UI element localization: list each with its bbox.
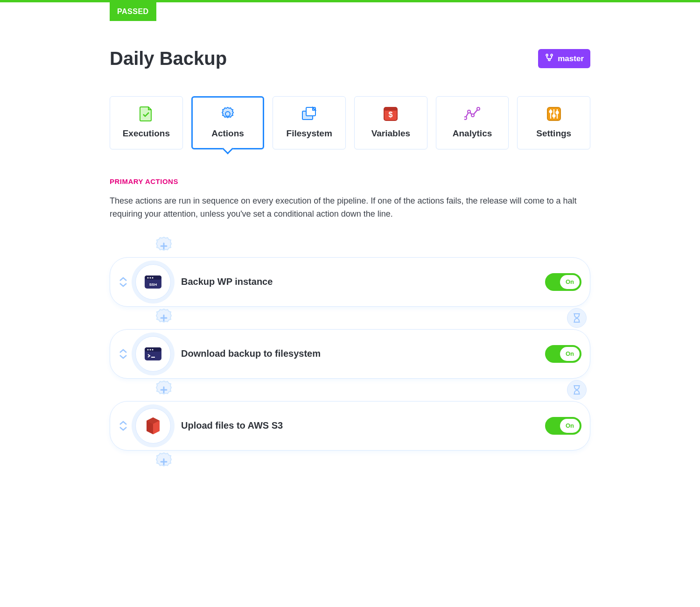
action-title: Download backup to filesystem [181, 348, 545, 359]
actions-icon [220, 106, 236, 122]
toggle-label: On [560, 275, 580, 289]
action-toggle[interactable]: On [545, 345, 581, 363]
toggle-label: On [560, 419, 580, 433]
svg-point-10 [468, 110, 470, 113]
action-title: Upload files to AWS S3 [181, 420, 545, 431]
settings-icon [546, 106, 562, 122]
svg-point-17 [553, 115, 555, 117]
svg-point-33 [150, 349, 151, 350]
svg-point-12 [477, 107, 480, 110]
action-toggle[interactable]: On [545, 417, 581, 435]
tab-executions[interactable]: Executions [110, 96, 183, 149]
aws-s3-icon [135, 408, 171, 444]
tabs: Executions Actions Filesystem $ Variable… [110, 96, 590, 149]
tab-settings[interactable]: Settings [517, 96, 590, 149]
pipeline: SSH Backup WP instance On [110, 235, 590, 473]
variables-icon: $ [383, 106, 399, 122]
svg-text:$: $ [389, 111, 393, 119]
svg-point-32 [147, 349, 149, 350]
action-card[interactable]: Download backup to filesystem On [110, 329, 590, 379]
svg-point-3 [225, 112, 230, 116]
svg-point-19 [556, 112, 558, 114]
hourglass-icon[interactable] [567, 380, 587, 400]
status-badge: PASSED [110, 2, 156, 21]
svg-point-11 [471, 114, 474, 117]
branch-icon [545, 53, 554, 64]
tab-label: Analytics [453, 128, 492, 139]
toggle-label: On [560, 347, 580, 361]
ssh-icon: SSH [135, 264, 171, 300]
tab-label: Settings [536, 128, 571, 139]
page-header: Daily Backup master [110, 48, 590, 69]
svg-point-0 [546, 54, 548, 56]
branch-selector[interactable]: master [538, 49, 590, 68]
tab-label: Executions [123, 128, 170, 139]
executions-icon [138, 106, 154, 122]
add-action-button[interactable] [153, 235, 175, 257]
terminal-icon [135, 336, 171, 372]
add-action-button[interactable] [153, 451, 175, 473]
page-title: Daily Backup [110, 48, 227, 69]
drag-handle[interactable] [117, 421, 130, 431]
action-row: SSH Backup WP instance On [110, 257, 590, 307]
add-action-button[interactable] [153, 379, 175, 401]
add-action-button[interactable] [153, 307, 175, 329]
branch-label: master [558, 54, 584, 64]
svg-point-24 [147, 277, 149, 278]
svg-point-1 [551, 54, 553, 56]
svg-rect-7 [384, 107, 397, 111]
tab-analytics[interactable]: Analytics [436, 96, 509, 149]
section-label: PRIMARY ACTIONS [110, 177, 590, 185]
action-card[interactable]: Upload files to AWS S3 On [110, 401, 590, 451]
svg-text:SSH: SSH [149, 282, 157, 287]
analytics-icon [464, 106, 480, 122]
svg-point-34 [152, 349, 154, 350]
action-row: Upload files to AWS S3 On [110, 401, 590, 451]
drag-handle[interactable] [117, 277, 130, 287]
section-description: These actions are run in sequence on eve… [110, 195, 590, 221]
svg-point-15 [549, 111, 552, 113]
filesystem-icon [301, 106, 317, 122]
action-row: Download backup to filesystem On [110, 329, 590, 379]
svg-point-26 [152, 277, 154, 278]
tab-variables[interactable]: $ Variables [354, 96, 427, 149]
pipeline-gap [110, 307, 590, 329]
action-toggle[interactable]: On [545, 273, 581, 291]
tab-label: Variables [371, 128, 410, 139]
action-title: Backup WP instance [181, 276, 545, 287]
tab-label: Filesystem [287, 128, 332, 139]
svg-point-9 [464, 117, 467, 120]
action-card[interactable]: SSH Backup WP instance On [110, 257, 590, 307]
drag-handle[interactable] [117, 349, 130, 359]
main-container: PASSED Daily Backup master Executions Ac… [110, 2, 590, 510]
tab-label: Actions [211, 128, 244, 139]
pipeline-gap [110, 379, 590, 401]
tab-filesystem[interactable]: Filesystem [273, 96, 346, 149]
hourglass-icon[interactable] [567, 308, 587, 328]
tab-actions[interactable]: Actions [191, 96, 265, 149]
svg-point-25 [150, 277, 151, 278]
